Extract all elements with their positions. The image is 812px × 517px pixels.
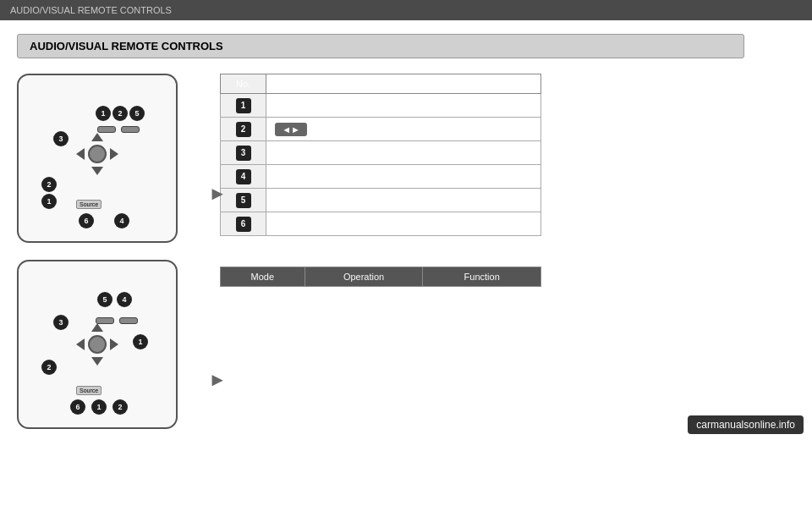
no-cell-5: 5 bbox=[221, 189, 266, 212]
dpad-right-1 bbox=[110, 148, 118, 160]
switch-cell-6 bbox=[266, 212, 541, 236]
dpad-center-1 bbox=[88, 145, 107, 163]
remote2-arrow: ► bbox=[208, 369, 227, 391]
section-header: AUDIO/VISUAL REMOTE CONTROLS bbox=[17, 34, 744, 58]
dpad-1 bbox=[76, 133, 118, 175]
num-badge-1: 1 bbox=[236, 98, 251, 113]
col-function-header: Function bbox=[423, 267, 541, 287]
badge-r2-6: 6 bbox=[70, 399, 85, 415]
left-column: 1 2 5 3 2 1 6 4 bbox=[17, 74, 203, 429]
dpad-left-2 bbox=[76, 338, 85, 350]
table-row: 6 bbox=[221, 212, 541, 236]
table-row: 4 bbox=[221, 165, 541, 189]
num-badge-6: 6 bbox=[236, 217, 251, 232]
badge-r2-1: 1 bbox=[133, 334, 148, 349]
badge-r1-5: 5 bbox=[129, 106, 145, 121]
dpad-down-2 bbox=[91, 357, 103, 366]
no-cell-3: 3 bbox=[221, 141, 266, 165]
num-badge-5: 5 bbox=[236, 193, 251, 208]
col-mode-header: Mode bbox=[221, 267, 305, 287]
small-btn-r2-a bbox=[96, 317, 114, 324]
badge-r1-1: 1 bbox=[96, 106, 111, 121]
badge-r2-5: 5 bbox=[97, 292, 112, 307]
table-row: 3 bbox=[221, 141, 541, 165]
no-cell-1: 1 bbox=[221, 94, 266, 118]
top-bar-title: AUDIO/VISUAL REMOTE CONTROLS bbox=[10, 5, 172, 15]
info-table: No. Switch 1 2 bbox=[220, 74, 541, 236]
remote-diagram-1: 1 2 5 3 2 1 6 4 bbox=[17, 74, 178, 243]
badge-r2-1b: 1 bbox=[91, 399, 107, 415]
badge-r2-2: 2 bbox=[41, 360, 57, 375]
dpad-up-1 bbox=[91, 133, 103, 141]
num-badge-4: 4 bbox=[236, 169, 251, 184]
switch-cell-5 bbox=[266, 189, 541, 212]
small-btn-r2-b bbox=[119, 317, 138, 324]
col-no-header: No. bbox=[221, 74, 266, 94]
num-badge-2: 2 bbox=[236, 122, 251, 137]
top-bar: AUDIO/VISUAL REMOTE CONTROLS bbox=[0, 0, 812, 20]
main-layout: 1 2 5 3 2 1 6 4 bbox=[17, 74, 795, 429]
col-operation-header: Operation bbox=[304, 267, 423, 287]
badge-r1-1b: 1 bbox=[41, 194, 57, 209]
badge-r2-4: 4 bbox=[117, 292, 132, 307]
switch-cell-4 bbox=[266, 165, 541, 189]
table-row: 2 ◄► bbox=[221, 118, 541, 141]
watermark: carmanualsonline.info bbox=[688, 415, 804, 434]
col-switch-header: Switch bbox=[266, 74, 541, 94]
table-row: 1 bbox=[221, 94, 541, 118]
mode-table: Mode Operation Function bbox=[220, 267, 541, 287]
remote-inner-1: 1 2 5 3 2 1 6 4 bbox=[30, 82, 165, 234]
switch-cell-2: ◄► bbox=[266, 118, 541, 141]
table-row: 5 bbox=[221, 189, 541, 212]
remote-diagram-2: 5 4 3 1 2 6 1 2 bbox=[17, 260, 178, 429]
badge-r2-3: 3 bbox=[53, 315, 69, 330]
switch-cell-1 bbox=[266, 94, 541, 118]
no-cell-4: 4 bbox=[221, 165, 266, 189]
small-btn-r1-b bbox=[121, 126, 140, 133]
lr-arrow-icon: ◄► bbox=[275, 123, 307, 136]
remote-inner-2: 5 4 3 1 2 6 1 2 bbox=[30, 268, 165, 421]
badge-r1-3: 3 bbox=[53, 131, 69, 146]
source-label-2: Source bbox=[76, 386, 102, 395]
dpad-up-2 bbox=[91, 323, 103, 332]
badge-r1-4: 4 bbox=[114, 213, 129, 228]
right-column: No. Switch 1 2 bbox=[220, 74, 795, 429]
badge-r2-2b: 2 bbox=[112, 399, 128, 415]
switch-cell-3 bbox=[266, 141, 541, 165]
badge-r1-6: 6 bbox=[79, 213, 94, 228]
badge-r1-2b: 2 bbox=[41, 177, 57, 192]
dpad-left-1 bbox=[76, 148, 85, 160]
badge-r1-2: 2 bbox=[112, 106, 128, 121]
dpad-right-2 bbox=[110, 338, 118, 350]
spacer bbox=[220, 253, 795, 267]
page-content: AUDIO/VISUAL REMOTE CONTROLS 1 2 5 3 2 1… bbox=[0, 20, 812, 443]
small-btn-r1-a bbox=[97, 126, 116, 133]
num-badge-3: 3 bbox=[236, 146, 251, 161]
dpad-down-1 bbox=[91, 167, 103, 175]
no-cell-6: 6 bbox=[221, 212, 266, 236]
no-cell-2: 2 bbox=[221, 118, 266, 141]
dpad-center-2 bbox=[88, 335, 107, 354]
dpad-2 bbox=[76, 323, 118, 366]
remote1-arrow: ► bbox=[208, 183, 227, 205]
source-label-1: Source bbox=[76, 200, 102, 209]
